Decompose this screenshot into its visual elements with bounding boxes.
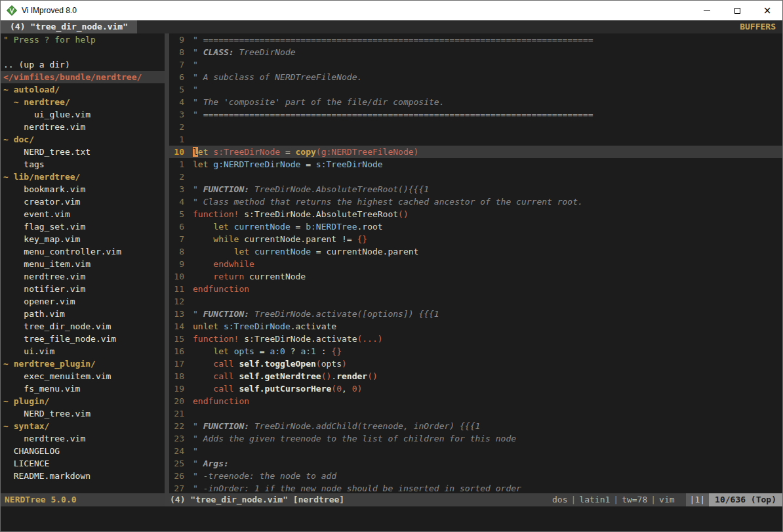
code-segment: ( [316,147,321,157]
code-line[interactable]: 10 return currentNode [169,270,782,283]
encoding-flag: latin1 [576,493,613,506]
tab-tree-dir-node[interactable]: (4) "tree_dir_node.vim" [1,20,137,33]
tree-file-item[interactable]: README.markdown [1,470,165,482]
tree-file-item[interactable]: nerdtree.vim [1,121,165,133]
tree-dir-item[interactable]: ~ syntax/ [1,420,165,432]
code-segment: s:TreeDirNode [213,147,280,157]
line-number: 15 [169,333,189,345]
code-line[interactable]: 25" Args: [169,457,782,470]
code-text: " [189,83,198,96]
tree-file-item[interactable]: nerdtree.vim [1,432,165,445]
tree-file-item[interactable]: exec_menuitem.vim [1,370,165,382]
code-line[interactable]: 11endfunction [169,283,782,295]
line-number: 1 [169,133,189,146]
tree-file-item[interactable]: LICENCE [1,457,165,470]
tree-file-item[interactable]: NERD_tree.txt [1,146,165,158]
code-line[interactable]: 4" Class method that returns the highest… [169,195,782,208]
line-number: 2 [169,121,189,133]
code-line[interactable]: 23" Adds the given treenode to the list … [169,432,782,445]
vertical-split-handle[interactable] [165,33,169,493]
code-line[interactable]: 15function! s:TreeDirNode.activate(...) [169,333,782,345]
code-line[interactable]: 17 call self.toggleOpen(opts) [169,358,782,370]
code-line[interactable]: 19 call self.putCursorHere(0, 0) [169,382,782,395]
tree-dir-item[interactable]: ~ lib/nerdtree/ [1,171,165,183]
line-number: 8 [169,245,189,258]
maximize-button[interactable] [722,1,752,20]
code-text: " [189,58,198,71]
tree-file-item[interactable]: CHANGELOG [1,445,165,457]
code-line[interactable]: 27" -inOrder: 1 if the new node should b… [169,482,782,493]
code-line[interactable]: 2 [169,121,782,133]
code-segment: " ======================================… [193,35,593,45]
code-line[interactable]: 9 endwhile [169,258,782,270]
tree-file-item[interactable]: notifier.vim [1,283,165,295]
code-line[interactable]: 5function! s:TreeDirNode.AbsoluteTreeRoo… [169,208,782,220]
code-line[interactable]: 6 let currentNode = b:NERDTree.root [169,220,782,233]
tree-file-item[interactable]: NERD_tree.vim [1,407,165,420]
line-number: 6 [169,71,189,83]
code-line[interactable]: 1 [169,133,782,146]
code-line[interactable]: 16 let opts = a:0 ? a:1 : {} [169,345,782,358]
tree-file-item[interactable]: fs_menu.vim [1,382,165,395]
code-segment [193,371,213,381]
code-segment: " [193,60,198,70]
code-line[interactable]: 26" -treenode: the node to add [169,470,782,482]
tree-dir-item[interactable]: ~ autoload/ [1,83,165,96]
code-line[interactable]: 8" CLASS: TreeDirNode [169,46,782,58]
code-line[interactable]: 14unlet s:TreeDirNode.activate [169,320,782,333]
code-line[interactable]: 4" The 'composite' part of the file/dir … [169,96,782,108]
code-line[interactable]: 3" =====================================… [169,108,782,121]
code-line[interactable]: 5" [169,83,782,96]
tree-file-item[interactable]: tags [1,158,165,171]
command-line[interactable] [1,506,782,531]
tree-dir-item[interactable]: ~ nerdtree/ [1,96,165,108]
code-line[interactable]: 2 [169,171,782,183]
code-line[interactable]: 9" =====================================… [169,33,782,46]
code-line[interactable]: 21 [169,407,782,420]
code-line[interactable]: 24" [169,445,782,457]
tree-file-item[interactable]: key_map.vim [1,233,165,245]
code-segment: = [280,147,295,157]
close-button[interactable]: × [752,1,782,20]
code-segment: opts [321,359,342,369]
tree-file-item[interactable]: creator.vim [1,195,165,208]
code-line[interactable]: 6" A subclass of NERDTreeFileNode. [169,71,782,83]
tree-file-item[interactable]: opener.vim [1,295,165,308]
tree-file-item[interactable]: path.vim [1,308,165,320]
buffers-label: BUFFERS [733,20,782,33]
tree-dir-item[interactable]: ~ nerdtree_plugin/ [1,358,165,370]
tree-file-item[interactable]: ui.vim [1,345,165,358]
tree-file-item[interactable]: bookmark.vim [1,183,165,195]
code-line[interactable]: 22" FUNCTION: TreeDirNode.addChild(treen… [169,420,782,432]
code-line[interactable]: 1let g:NERDTreeDirNode = s:TreeDirNode [169,158,782,171]
code-line[interactable]: 7" [169,58,782,71]
code-line[interactable]: 3" FUNCTION: TreeDirNode.AbsoluteTreeRoo… [169,183,782,195]
code-line[interactable]: 8 let currentNode = currentNode.parent [169,245,782,258]
code-text: endfunction [189,395,249,407]
tree-file-item[interactable]: tree_dir_node.vim [1,320,165,333]
tree-file-item[interactable]: menu_item.vim [1,258,165,270]
tree-file-item[interactable]: menu_controller.vim [1,245,165,258]
tree-file-item[interactable]: flag_set.vim [1,220,165,233]
code-line-current[interactable]: 10let s:TreeDirNode = copy(g:NERDTreeFil… [169,146,782,158]
code-line[interactable]: 20endfunction [169,395,782,407]
tree-file-item[interactable]: nerdtree.vim [1,270,165,283]
code-segment: " -treenode: the node to add [193,471,336,481]
tree-dir-item[interactable]: ~ plugin/ [1,395,165,407]
tree-up-dir-item[interactable]: .. (up a dir) [1,58,165,71]
tree-dir-item[interactable]: ~ doc/ [1,133,165,146]
code-segment: currentNode [254,247,311,256]
code-segment [193,359,213,369]
tree-file-item[interactable]: ui_glue.vim [1,108,165,121]
tree-root-path[interactable]: </vimfiles/bundle/nerdtree/ [1,71,165,83]
minimize-button[interactable] [692,1,722,20]
code-line[interactable]: 7 while currentNode.parent != {} [169,233,782,245]
code-segment [249,247,254,256]
tree-file-item[interactable]: tree_file_node.vim [1,333,165,345]
tree-file-item[interactable]: event.vim [1,208,165,220]
code-text: " -treenode: the node to add [189,470,336,482]
code-line[interactable]: 18 call self.getNerdtree().render() [169,370,782,382]
code-line[interactable]: 12 [169,295,782,308]
code-line[interactable]: 13" FUNCTION: TreeDirNode.activate([opti… [169,308,782,320]
close-icon: × [763,6,772,16]
